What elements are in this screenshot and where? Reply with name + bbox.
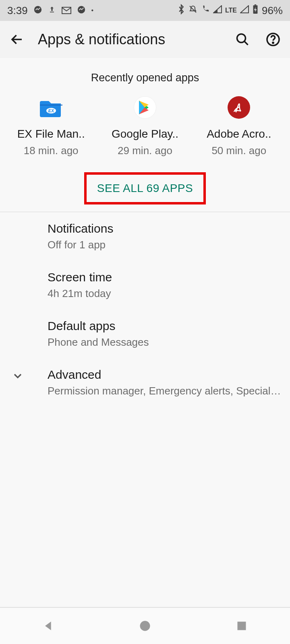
- item-title: Notifications: [48, 222, 290, 235]
- chevron-down-icon: [11, 369, 24, 384]
- recent-app-adobe-acrobat[interactable]: Adobe Acro.. 50 min. ago: [195, 96, 283, 157]
- signal-icon-1: [213, 5, 222, 16]
- app-name-label: Google Play..: [112, 128, 178, 140]
- recent-apps-header: Recently opened apps: [0, 68, 290, 96]
- advanced-item[interactable]: Advanced Permission manager, Emergency a…: [0, 358, 290, 407]
- svg-rect-14: [238, 622, 246, 630]
- svg-point-7: [237, 34, 246, 43]
- recent-apps-section: Recently opened apps EX EX File Man.. 18…: [0, 58, 290, 209]
- nav-recent-button[interactable]: [218, 620, 266, 632]
- adobe-acrobat-icon: [228, 96, 250, 119]
- app-name-label: Adobe Acro..: [207, 128, 271, 140]
- svg-rect-1: [50, 12, 54, 12]
- status-bar: 3:39 • LTE 9: [0, 0, 290, 21]
- nav-home-button[interactable]: [121, 620, 169, 632]
- bluetooth-icon: [178, 4, 185, 17]
- lte-label: LTE: [225, 7, 237, 14]
- back-button[interactable]: [7, 30, 27, 49]
- svg-point-10: [273, 42, 273, 43]
- messenger-icon: [33, 4, 42, 17]
- ex-file-manager-icon: EX: [40, 96, 62, 119]
- app-time-label: 29 min. ago: [118, 144, 172, 157]
- upload-icon: [48, 4, 56, 17]
- item-subtitle: Off for 1 app: [48, 239, 281, 251]
- default-apps-item[interactable]: Default apps Phone and Messages: [0, 310, 290, 358]
- item-title: Advanced: [48, 368, 290, 382]
- svg-rect-6: [255, 4, 256, 5]
- svg-point-13: [140, 621, 150, 631]
- battery-icon: [252, 4, 259, 17]
- status-time: 3:39: [7, 4, 28, 17]
- dot-icon: •: [91, 7, 94, 14]
- app-bar: Apps & notifications: [0, 21, 290, 58]
- item-title: Screen time: [48, 270, 290, 284]
- system-nav-bar: [0, 607, 290, 644]
- svg-text:EX: EX: [48, 108, 54, 113]
- item-subtitle: 4h 21m today: [48, 287, 281, 300]
- messenger-icon-2: [77, 4, 86, 17]
- notifications-item[interactable]: Notifications Off for 1 app: [0, 212, 290, 261]
- gmail-icon: [62, 4, 71, 17]
- screen-time-item[interactable]: Screen time 4h 21m today: [0, 261, 290, 310]
- google-play-icon: [134, 96, 156, 119]
- battery-percent: 96%: [262, 4, 283, 17]
- signal-icon-2: [240, 5, 249, 16]
- app-time-label: 18 min. ago: [24, 144, 79, 157]
- recent-app-ex-file-manager[interactable]: EX EX File Man.. 18 min. ago: [7, 96, 95, 157]
- dnd-icon: [188, 4, 198, 17]
- search-button[interactable]: [233, 30, 252, 49]
- call-lte-icon: [201, 5, 210, 16]
- page-title: Apps & notifications: [38, 31, 222, 48]
- app-time-label: 50 min. ago: [211, 144, 266, 157]
- item-title: Default apps: [48, 319, 290, 333]
- help-button[interactable]: [263, 30, 283, 49]
- app-name-label: EX File Man..: [17, 128, 85, 140]
- nav-back-button[interactable]: [24, 619, 72, 632]
- svg-line-8: [244, 41, 248, 45]
- item-subtitle: Phone and Messages: [48, 336, 281, 349]
- item-subtitle: Permission manager, Emergency alerts, Sp…: [48, 385, 281, 397]
- recent-app-google-play[interactable]: Google Play.. 29 min. ago: [101, 96, 189, 157]
- see-all-apps-button[interactable]: SEE ALL 69 APPS: [84, 172, 206, 204]
